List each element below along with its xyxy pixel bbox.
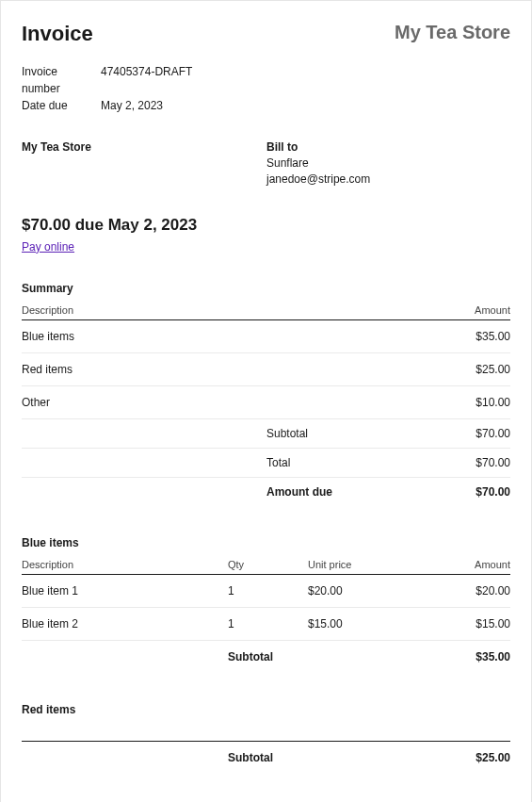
page-title: Invoice bbox=[22, 22, 93, 46]
bill-to-name: Sunflare bbox=[266, 155, 510, 172]
line-item-qty: 1 bbox=[228, 607, 308, 640]
totals-row: Total$70.00 bbox=[22, 449, 510, 478]
group-col-unit: Unit price bbox=[308, 555, 444, 575]
summary-row-amount: $25.00 bbox=[314, 352, 510, 385]
summary-totals: Subtotal$70.00Total$70.00Amount due$70.0… bbox=[22, 419, 510, 506]
pay-online-link[interactable]: Pay online bbox=[22, 240, 74, 254]
bill-to-email: janedoe@stripe.com bbox=[266, 172, 510, 188]
invoice-number-label: Invoice number bbox=[22, 63, 89, 97]
line-item-amount: $15.00 bbox=[444, 607, 510, 640]
totals-label: Amount due bbox=[266, 485, 444, 499]
group-table: Subtotal$25.00 bbox=[22, 722, 510, 774]
line-item-row: Blue item 11$20.00$20.00 bbox=[22, 574, 510, 607]
group-subtotal-label: Subtotal bbox=[228, 741, 308, 774]
group-subtotal-value: $25.00 bbox=[444, 741, 510, 774]
summary-row-amount: $10.00 bbox=[314, 385, 510, 418]
summary-row: Red items$25.00 bbox=[22, 352, 510, 385]
store-name: My Tea Store bbox=[395, 22, 510, 43]
parties: My Tea Store Bill to Sunflare janedoe@st… bbox=[22, 140, 510, 188]
line-item-unit: $20.00 bbox=[308, 574, 444, 607]
group-col-amount: Amount bbox=[444, 555, 510, 575]
date-due-value: May 2, 2023 bbox=[101, 97, 163, 114]
bill-to-heading: Bill to bbox=[266, 140, 510, 154]
summary-table: Description Amount Blue items$35.00Red i… bbox=[22, 301, 510, 419]
summary-row-description: Other bbox=[22, 385, 314, 418]
date-due-label: Date due bbox=[22, 97, 89, 114]
totals-value: $70.00 bbox=[444, 485, 510, 499]
group-subtotal-row: Subtotal$35.00 bbox=[22, 640, 510, 673]
summary-section: Summary Description Amount Blue items$35… bbox=[22, 282, 510, 506]
summary-row: Other$10.00 bbox=[22, 385, 510, 418]
group-col-qty: Qty bbox=[228, 555, 308, 575]
from-block: My Tea Store bbox=[22, 140, 266, 188]
invoice-meta: Invoice number 47405374-DRAFT Date due M… bbox=[22, 63, 510, 114]
group-subtotal-label: Subtotal bbox=[228, 640, 308, 673]
line-item-description: Blue item 1 bbox=[22, 574, 228, 607]
summary-row-amount: $35.00 bbox=[314, 319, 510, 352]
totals-row: Amount due$70.00 bbox=[22, 478, 510, 506]
summary-row: Blue items$35.00 bbox=[22, 319, 510, 352]
group-subtotal-value: $35.00 bbox=[444, 640, 510, 673]
summary-row-description: Red items bbox=[22, 352, 314, 385]
line-item-group: Red items Subtotal$25.00 bbox=[22, 703, 510, 774]
invoice-number-value: 47405374-DRAFT bbox=[101, 63, 192, 97]
totals-value: $70.00 bbox=[444, 456, 510, 469]
group-col-description: Description bbox=[22, 555, 228, 575]
line-item-amount: $20.00 bbox=[444, 574, 510, 607]
group-subtotal-row: Subtotal$25.00 bbox=[22, 741, 510, 774]
line-item-group: Blue itemsDescriptionQtyUnit priceAmount… bbox=[22, 536, 510, 673]
totals-label: Subtotal bbox=[266, 427, 444, 440]
summary-heading: Summary bbox=[22, 282, 510, 295]
bill-to-block: Bill to Sunflare janedoe@stripe.com bbox=[266, 140, 510, 188]
invoice-header: Invoice My Tea Store bbox=[22, 22, 510, 46]
group-heading: Blue items bbox=[22, 536, 510, 549]
group-table: DescriptionQtyUnit priceAmountBlue item … bbox=[22, 555, 510, 673]
totals-value: $70.00 bbox=[444, 427, 510, 440]
totals-label: Total bbox=[266, 456, 444, 469]
totals-row: Subtotal$70.00 bbox=[22, 419, 510, 449]
from-name: My Tea Store bbox=[22, 140, 266, 154]
amount-due-headline: $70.00 due May 2, 2023 bbox=[22, 216, 510, 235]
summary-col-amount: Amount bbox=[314, 301, 510, 320]
line-item-qty: 1 bbox=[228, 574, 308, 607]
line-item-description: Blue item 2 bbox=[22, 607, 228, 640]
group-heading: Red items bbox=[22, 703, 510, 716]
line-item-row: Blue item 21$15.00$15.00 bbox=[22, 607, 510, 640]
summary-col-description: Description bbox=[22, 301, 314, 320]
summary-row-description: Blue items bbox=[22, 319, 314, 352]
line-item-unit: $15.00 bbox=[308, 607, 444, 640]
